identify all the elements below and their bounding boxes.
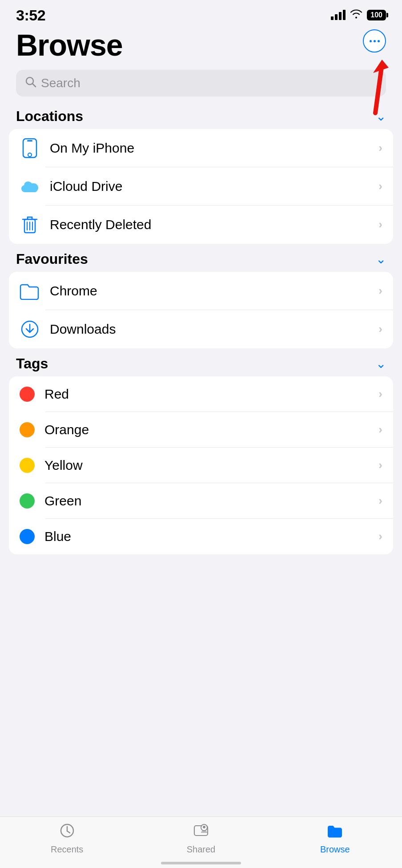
folder-icon bbox=[20, 281, 40, 301]
orange-tag-chevron: › bbox=[378, 423, 382, 436]
page-header: Browse bbox=[0, 24, 402, 62]
icloud-icon bbox=[20, 176, 40, 197]
status-icons: 100 bbox=[331, 9, 386, 21]
red-tag-label: Red bbox=[44, 387, 378, 402]
favourites-collapse-button[interactable]: ⌄ bbox=[376, 252, 386, 266]
tag-item-blue[interactable]: Blue › bbox=[9, 519, 393, 554]
search-bar[interactable]: Search bbox=[16, 70, 386, 97]
locations-title: Locations bbox=[16, 108, 83, 125]
tab-recents[interactable]: Recents bbox=[45, 822, 89, 855]
favourites-item-chrome[interactable]: Chrome › bbox=[9, 272, 393, 310]
wifi-icon bbox=[350, 9, 362, 21]
tags-title: Tags bbox=[16, 355, 48, 372]
shared-tab-label: Shared bbox=[187, 844, 216, 855]
favourites-header: Favourites ⌄ bbox=[0, 251, 402, 272]
trash-icon bbox=[20, 214, 40, 235]
tag-item-green[interactable]: Green › bbox=[9, 483, 393, 519]
yellow-tag-dot bbox=[20, 458, 35, 473]
locations-list: On My iPhone › iCloud Drive › bbox=[9, 129, 393, 244]
tags-collapse-button[interactable]: ⌄ bbox=[376, 356, 386, 371]
iphone-icon bbox=[20, 138, 40, 158]
search-container: Search bbox=[0, 62, 402, 101]
icloud-drive-label: iCloud Drive bbox=[50, 179, 378, 194]
green-tag-label: Green bbox=[44, 493, 378, 509]
status-time: 3:52 bbox=[16, 7, 45, 24]
favourites-title: Favourites bbox=[16, 251, 88, 267]
recents-tab-label: Recents bbox=[51, 844, 83, 855]
chrome-label: Chrome bbox=[50, 283, 378, 299]
locations-item-on-my-iphone[interactable]: On My iPhone › bbox=[9, 129, 393, 167]
tags-section: Tags ⌄ Red › Orange › Yellow › bbox=[0, 355, 402, 554]
status-bar: 3:52 100 bbox=[0, 0, 402, 24]
downloads-chevron: › bbox=[378, 322, 382, 336]
tags-header: Tags ⌄ bbox=[0, 355, 402, 376]
tab-shared[interactable]: Shared bbox=[179, 822, 223, 855]
red-tag-dot bbox=[20, 387, 35, 402]
tab-browse[interactable]: Browse bbox=[313, 822, 357, 855]
recently-deleted-chevron: › bbox=[378, 218, 382, 231]
icloud-drive-chevron: › bbox=[378, 179, 382, 193]
tag-item-red[interactable]: Red › bbox=[9, 376, 393, 412]
download-icon bbox=[20, 319, 40, 339]
orange-tag-dot bbox=[20, 422, 35, 437]
page-title: Browse bbox=[16, 28, 386, 62]
tag-item-orange[interactable]: Orange › bbox=[9, 412, 393, 448]
on-my-iphone-chevron: › bbox=[378, 141, 382, 155]
chrome-chevron: › bbox=[378, 284, 382, 298]
green-tag-chevron: › bbox=[378, 494, 382, 508]
favourites-section: Favourites ⌄ Chrome › bbox=[0, 251, 402, 348]
blue-tag-chevron: › bbox=[378, 529, 382, 543]
locations-section: Locations ⌄ On My iPhone › bbox=[0, 108, 402, 244]
green-tag-dot bbox=[20, 493, 35, 509]
yellow-tag-label: Yellow bbox=[44, 458, 378, 473]
locations-item-recently-deleted[interactable]: Recently Deleted › bbox=[9, 206, 393, 244]
battery-icon: 100 bbox=[367, 10, 386, 20]
shared-tab-icon bbox=[193, 822, 209, 843]
svg-line-3 bbox=[32, 84, 36, 87]
browse-tab-label: Browse bbox=[320, 844, 350, 855]
search-input[interactable]: Search bbox=[41, 76, 80, 90]
locations-item-icloud-drive[interactable]: iCloud Drive › bbox=[9, 167, 393, 206]
blue-tag-dot bbox=[20, 529, 35, 544]
tag-item-yellow[interactable]: Yellow › bbox=[9, 448, 393, 483]
tags-list: Red › Orange › Yellow › Green › bbox=[9, 376, 393, 554]
favourites-item-downloads[interactable]: Downloads › bbox=[9, 310, 393, 348]
red-tag-chevron: › bbox=[378, 387, 382, 401]
yellow-tag-chevron: › bbox=[378, 458, 382, 472]
recents-tab-icon bbox=[59, 822, 76, 843]
orange-tag-label: Orange bbox=[44, 422, 378, 437]
more-options-button[interactable] bbox=[363, 29, 386, 52]
svg-rect-5 bbox=[27, 140, 32, 141]
content-area: Search Locations ⌄ On My iPhone › bbox=[0, 62, 402, 633]
signal-bars-icon bbox=[331, 10, 346, 20]
svg-line-19 bbox=[67, 831, 70, 833]
downloads-label: Downloads bbox=[50, 322, 378, 337]
home-indicator bbox=[161, 862, 241, 864]
favourites-list: Chrome › Downloads › bbox=[9, 272, 393, 348]
browse-tab-icon bbox=[326, 822, 343, 843]
svg-point-23 bbox=[203, 826, 205, 828]
blue-tag-label: Blue bbox=[44, 529, 378, 544]
recently-deleted-label: Recently Deleted bbox=[50, 217, 378, 232]
locations-collapse-button[interactable]: ⌄ bbox=[376, 109, 386, 124]
more-dots-icon bbox=[370, 40, 380, 42]
locations-header: Locations ⌄ bbox=[0, 108, 402, 129]
search-icon bbox=[25, 76, 36, 90]
on-my-iphone-label: On My iPhone bbox=[50, 141, 378, 156]
svg-rect-4 bbox=[23, 139, 36, 157]
tab-bar: Recents Shared Browse bbox=[0, 816, 402, 868]
